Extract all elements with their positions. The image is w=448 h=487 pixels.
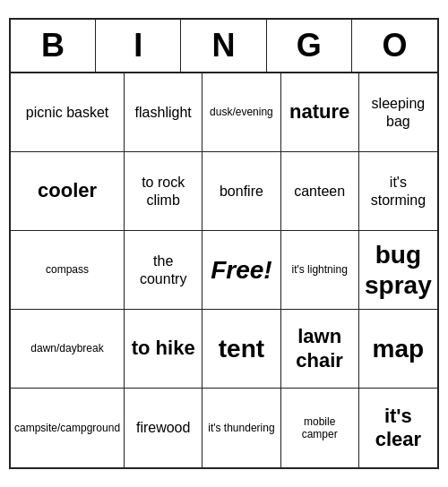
cell-text-0: picnic basket [26,104,109,121]
bingo-letter-g: G [267,20,352,72]
bingo-cell-21: firewood [125,389,202,467]
bingo-letter-i: I [96,20,181,72]
bingo-cell-9: it's storming [359,152,437,231]
cell-text-11: the country [128,252,198,286]
cell-text-17: tent [219,334,264,364]
cell-text-22: it's thundering [208,422,274,434]
cell-text-14: bug spray [363,240,434,300]
bingo-cell-6: to rock climb [125,152,202,231]
cell-text-18: lawn chair [285,325,355,372]
bingo-cell-23: mobile camper [281,389,359,467]
bingo-cell-19: map [359,310,437,389]
cell-text-2: dusk/evening [210,106,273,118]
bingo-cell-12: Free! [202,231,280,310]
bingo-cell-20: campsite/campground [11,389,125,467]
cell-text-19: map [373,334,425,364]
cell-text-5: cooler [38,179,97,202]
bingo-cell-17: tent [202,310,280,389]
cell-text-23: mobile camper [285,415,355,441]
bingo-grid: picnic basketflashlightdusk/eveningnatur… [11,73,437,467]
bingo-cell-4: sleeping bag [359,73,437,152]
cell-text-15: dawn/daybreak [30,342,103,355]
bingo-cell-1: flashlight [125,73,202,152]
cell-text-21: firewood [136,419,190,436]
cell-text-1: flashlight [135,104,192,121]
cell-text-10: compass [46,263,89,276]
bingo-cell-7: bonfire [202,152,280,231]
bingo-cell-2: dusk/evening [202,73,280,152]
bingo-cell-0: picnic basket [11,73,125,152]
bingo-card: BINGO picnic basketflashlightdusk/evenin… [9,18,439,469]
cell-text-20: campsite/campground [14,422,120,434]
bingo-cell-24: it's clear [359,389,437,467]
bingo-cell-22: it's thundering [202,389,280,467]
bingo-cell-15: dawn/daybreak [11,310,125,389]
cell-text-8: canteen [294,183,345,200]
bingo-cell-8: canteen [281,152,359,231]
cell-text-13: it's lightning [291,263,347,276]
bingo-cell-14: bug spray [359,231,437,310]
bingo-cell-18: lawn chair [281,310,359,389]
cell-text-12: Free! [211,255,271,286]
bingo-letter-b: B [11,20,96,72]
bingo-cell-10: compass [11,231,125,310]
bingo-letter-o: O [352,20,437,72]
bingo-cell-3: nature [281,73,359,152]
cell-text-6: to rock climb [128,174,198,208]
cell-text-16: to hike [132,337,195,360]
bingo-cell-16: to hike [125,310,202,389]
cell-text-24: it's clear [363,405,434,452]
bingo-letter-n: N [181,20,266,72]
bingo-cell-5: cooler [11,152,125,231]
bingo-cell-13: it's lightning [281,231,359,310]
bingo-header: BINGO [11,20,437,73]
cell-text-9: it's storming [363,174,434,208]
cell-text-7: bonfire [220,183,263,200]
cell-text-4: sleeping bag [363,95,434,129]
bingo-cell-11: the country [125,231,202,310]
cell-text-3: nature [289,100,349,124]
